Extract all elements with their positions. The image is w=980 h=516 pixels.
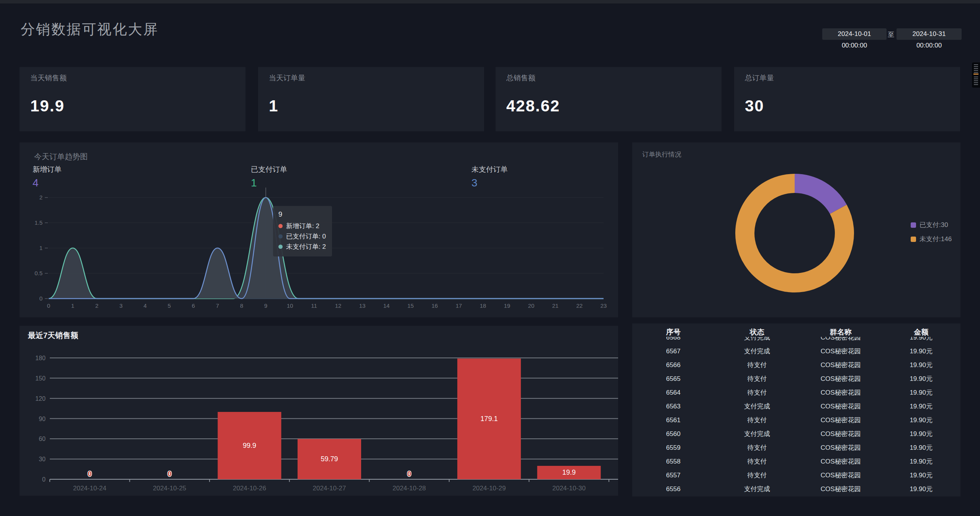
cell-status: 待支付 [714,372,800,386]
table-row[interactable]: 6568支付完成COS秘密花园19.90元 [632,337,960,345]
x-axis-label: 6 [192,302,195,309]
y-axis-label: 120 [35,395,46,402]
cell-status: 待支付 [714,469,800,482]
table-row[interactable]: 6563支付完成COS秘密花园19.90元 [632,400,960,413]
stat-label: 总订单量 [745,73,774,83]
bar-value-label: 99.9 [243,442,256,449]
table-row[interactable]: 6561待支付COS秘密花园19.90元 [632,413,960,427]
cell-id: 6566 [632,358,714,372]
stat-card-total-orders: 总订单量 30 [734,67,960,131]
y-axis-label: 0 [39,295,43,302]
x-axis-label: 1 [71,302,74,309]
legend-swatch-icon [911,222,916,228]
tooltip-text: 新增订单: 2 [286,222,319,230]
x-axis-label: 15 [407,302,414,309]
cell-id: 6559 [632,441,714,455]
minimap-stripes [974,77,978,86]
x-axis-label: 23 [600,302,607,309]
cell-id: 6563 [632,400,714,413]
cell-status: 支付完成 [714,337,800,345]
minimap-stripes [974,64,978,73]
cell-id: 6568 [632,337,714,345]
cell-status: 支付完成 [714,345,800,358]
tooltip-row: 未支付订单: 2 [278,242,326,252]
x-axis-label: 3 [119,302,123,309]
bar-value-label: 179.1 [481,415,498,423]
cell-status: 待支付 [714,413,800,427]
table-scroll-area[interactable]: 6568支付完成COS秘密花园19.90元6567支付完成COS秘密花园19.9… [632,337,960,496]
x-axis-label: 13 [359,302,366,309]
stat-value: 19.9 [30,97,65,115]
legend-swatch-icon [911,237,916,242]
legend-item-unpaid[interactable]: 未支付:146 [911,235,952,243]
x-axis-label: 10 [287,302,293,309]
bar-value-label: 19.9 [562,469,576,476]
y-axis-label: 1 [39,245,43,251]
sales-bar-chart[interactable]: 03060901201501802024-10-2402024-10-25020… [20,326,618,496]
bar-zero-label: 0 [407,470,411,478]
table-row[interactable]: 6557待支付COS秘密花园19.90元 [632,469,960,482]
order-execution-donut-chart[interactable] [632,142,960,317]
cell-group: COS秘密花园 [800,372,882,386]
cell-status: 支付完成 [714,482,800,496]
minimap-highlight-marker [973,73,978,75]
y-axis-label: 150 [35,375,46,382]
tooltip-text: 已支付订单: 0 [286,232,326,241]
tooltip-row: 已支付订单: 0 [278,231,326,242]
y-axis-label: 90 [39,416,46,422]
cell-amount: 19.90元 [882,372,960,386]
x-axis-label: 2024-10-29 [473,485,506,492]
series-dot-icon [278,234,283,238]
x-axis-label: 2024-10-25 [153,485,186,492]
x-axis-label: 2024-10-28 [393,485,426,492]
table-row[interactable]: 6560支付完成COS秘密花园19.90元 [632,427,960,441]
cell-amount: 19.90元 [882,345,960,358]
y-axis-label: 180 [35,355,46,361]
donut-slice-已支付 [795,183,838,209]
cell-group: COS秘密花园 [800,337,882,345]
table-row[interactable]: 6564待支付COS秘密花园19.90元 [632,386,960,400]
chart-tooltip: 9 新增订单: 2 已支付订单: 0 未支付订单: 2 [273,206,332,256]
cell-group: COS秘密花园 [800,358,882,372]
cell-id: 6561 [632,413,714,427]
x-axis-label: 0 [47,302,50,309]
cell-id: 6558 [632,455,714,469]
stat-card-today-orders: 当天订单量 1 [258,67,484,131]
legend-item-paid[interactable]: 已支付:30 [911,220,948,229]
x-axis-label: 2024-10-27 [313,485,346,492]
tooltip-row: 新增订单: 2 [278,221,326,231]
x-axis-label: 2 [95,302,98,309]
cell-id: 6560 [632,427,714,441]
cell-status: 支付完成 [714,400,800,413]
x-axis-label: 12 [335,302,342,309]
table-row[interactable]: 6556支付完成COS秘密花园19.90元 [632,482,960,496]
table-row[interactable]: 6558待支付COS秘密花园19.90元 [632,455,960,469]
table-row[interactable]: 6565待支付COS秘密花园19.90元 [632,372,960,386]
x-axis-label: 14 [383,302,390,309]
y-axis-label: 30 [39,456,46,462]
cell-amount: 19.90元 [882,400,960,413]
date-start-input[interactable]: 2024-10-01 00:00:00 [822,28,887,40]
x-axis-label: 9 [264,302,267,309]
x-axis-label: 2024-10-30 [552,485,586,492]
cell-amount: 19.90元 [882,455,960,469]
x-axis-label: 4 [144,302,147,309]
x-axis-label: 19 [504,302,510,309]
tooltip-title: 9 [278,211,326,219]
dashboard-page: { "header": { "title": "分销数据可视化大屏", "dat… [0,0,980,516]
y-axis-label: 60 [39,436,46,442]
cell-status: 待支付 [714,386,800,400]
legend-label: 已支付:30 [919,220,948,229]
stat-label: 总销售额 [506,73,535,83]
x-axis-label: 8 [240,302,243,309]
table-row[interactable]: 6566待支付COS秘密花园19.90元 [632,358,960,372]
date-end-input[interactable]: 2024-10-31 00:00:00 [897,28,962,40]
last-7-days-sales-panel: 最近7天销售额 03060901201501802024-10-2402024-… [20,326,618,496]
tooltip-text: 未支付订单: 2 [286,242,326,251]
scrollbar-minimap[interactable] [972,62,980,88]
cell-status: 待支付 [714,455,800,469]
stat-card-total-sales: 总销售额 428.62 [496,67,722,131]
table-row[interactable]: 6559待支付COS秘密花园19.90元 [632,441,960,455]
table-row[interactable]: 6567支付完成COS秘密花园19.90元 [632,345,960,358]
cell-group: COS秘密花园 [800,427,882,441]
